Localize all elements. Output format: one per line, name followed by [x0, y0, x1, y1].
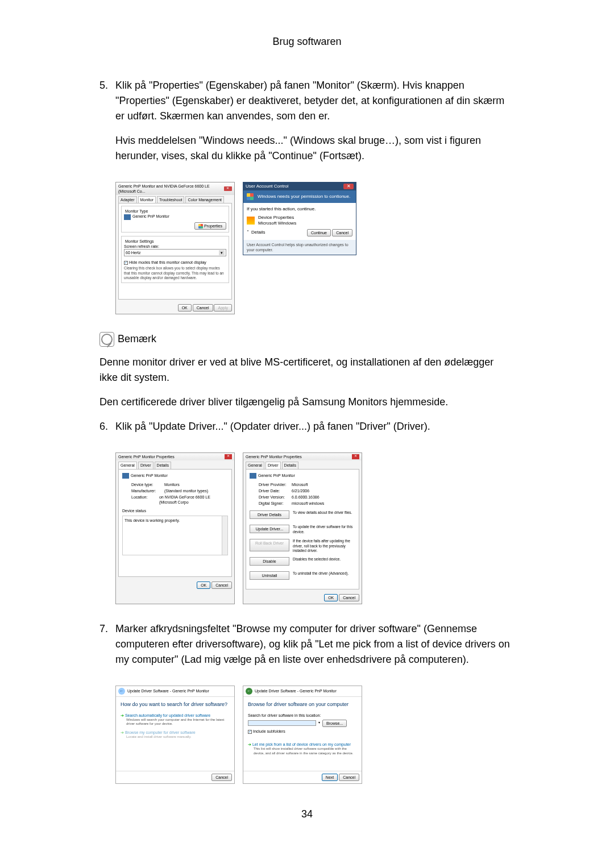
- next-button[interactable]: Next: [322, 774, 338, 781]
- search-location-label: Search for driver software in this locat…: [248, 713, 357, 718]
- hide-modes-checkbox[interactable]: ✓: [124, 261, 128, 265]
- wizard-heading: How do you want to search for driver sof…: [121, 701, 230, 708]
- step-5-figures: Generic PnP Monitor and NVIDIA GeForce 6…: [99, 182, 515, 314]
- dialog-title: Generic PnP Monitor Properties: [118, 454, 175, 459]
- note-p2: Den certificerede driver bliver tilgænge…: [99, 394, 515, 410]
- uac-titlebar: User Account Control ✕: [243, 182, 356, 190]
- disable-button[interactable]: Disable: [250, 557, 289, 566]
- hide-modes-label: Hide modes that this monitor cannot disp…: [129, 260, 206, 264]
- uac-dialog: User Account Control ✕ Windows needs you…: [243, 182, 356, 255]
- update-driver-wizard-search: ← Update Driver Software - Generic PnP M…: [115, 686, 235, 784]
- chevron-down-icon: ▾: [219, 250, 225, 255]
- driver-details-button[interactable]: Driver Details: [250, 510, 289, 519]
- option-let-me-pick[interactable]: Let me pick from a list of device driver…: [248, 742, 357, 756]
- shield-icon: [198, 224, 203, 229]
- scrollbar[interactable]: [222, 516, 227, 555]
- note-label: Bemærk: [118, 331, 156, 347]
- ok-button[interactable]: OK: [197, 582, 210, 589]
- tab-driver[interactable]: Driver: [138, 462, 154, 468]
- refresh-rate-label: Screen refresh rate:: [124, 244, 226, 249]
- cancel-button[interactable]: Cancel: [193, 304, 213, 312]
- hide-modes-desc: Clearing this check box allows you to se…: [124, 266, 226, 280]
- dialog-titlebar: Generic PnP Monitor and NVIDIA GeForce 6…: [116, 182, 234, 195]
- shield-icon: [247, 193, 254, 200]
- wizard-breadcrumb: Update Driver Software - Generic PnP Mon…: [255, 688, 337, 693]
- tab-strip: General Driver Details: [243, 460, 362, 468]
- tab-driver[interactable]: Driver: [265, 462, 281, 468]
- details-label[interactable]: Details: [251, 230, 265, 235]
- back-icon[interactable]: ←: [118, 688, 125, 695]
- device-name: Generic PnP Monitor: [258, 474, 295, 477]
- device-status-label: Device status: [122, 508, 228, 513]
- step-6: 6. Klik på "Update Driver..." (Opdater d…: [99, 419, 515, 443]
- step-5: 5. Klik på "Properties" (Egenskaber) på …: [99, 78, 515, 173]
- close-icon[interactable]: ✕: [343, 184, 354, 189]
- tab-general[interactable]: General: [118, 462, 137, 468]
- step-7-figures: ← Update Driver Software - Generic PnP M…: [99, 686, 515, 784]
- uac-title: User Account Control: [246, 184, 289, 189]
- step-number: 7.: [99, 621, 115, 676]
- tab-monitor[interactable]: Monitor: [138, 196, 156, 203]
- device-status-box: This device is working properly.: [122, 516, 228, 555]
- device-properties-icon: [247, 217, 255, 225]
- device-props-general-dialog: Generic PnP Monitor Properties ✕ General…: [115, 452, 235, 604]
- refresh-rate-dropdown[interactable]: 60 Hertz ▾: [124, 249, 226, 256]
- properties-button[interactable]: Properties: [194, 222, 226, 230]
- device-name: Generic PnP Monitor: [131, 474, 168, 477]
- device-props-driver-dialog: Generic PnP Monitor Properties ✕ General…: [243, 452, 362, 604]
- note-p1: Denne monitor driver er ved at blive MS-…: [99, 355, 515, 385]
- note-icon: [99, 332, 114, 347]
- update-driver-button[interactable]: Update Driver...: [250, 525, 289, 533]
- monitor-settings-label: Monitor Settings: [124, 239, 155, 244]
- step-number: 6.: [99, 419, 115, 443]
- uninstall-button[interactable]: Uninstall: [250, 571, 289, 580]
- tab-adapter[interactable]: Adapter: [118, 196, 137, 203]
- close-icon[interactable]: ✕: [225, 454, 232, 459]
- option-browse-computer[interactable]: Browse my computer for driver software L…: [121, 730, 230, 740]
- tab-troubleshoot[interactable]: Troubleshoot: [157, 196, 185, 203]
- option-search-auto[interactable]: Search automatically for updated driver …: [121, 713, 230, 727]
- dialog-title: Generic PnP Monitor Properties: [246, 454, 302, 459]
- monitor-name: Generic PnP Monitor: [132, 214, 169, 218]
- update-driver-wizard-browse: ← Update Driver Software - Generic PnP M…: [243, 686, 362, 784]
- step-6-text: Klik på "Update Driver..." (Opdater driv…: [115, 419, 515, 434]
- close-icon[interactable]: ✕: [224, 186, 232, 191]
- note-heading-row: Bemærk: [99, 331, 515, 347]
- uac-banner: Windows needs your permission to contion…: [243, 190, 356, 203]
- monitor-icon: [250, 473, 256, 479]
- details-expand-icon[interactable]: ˅: [247, 230, 249, 235]
- cancel-button[interactable]: Cancel: [332, 229, 352, 236]
- location-input[interactable]: [248, 720, 316, 726]
- uac-device-properties: Device Properties: [258, 215, 296, 221]
- step-5-text-2: Hvis meddelelsen "Windows needs..." (Win…: [115, 133, 515, 164]
- step-7: 7. Marker afkrydsningsfeltet "Browse my …: [99, 621, 515, 676]
- step-7-text: Marker afkrydsningsfeltet "Browse my com…: [115, 621, 515, 667]
- wizard-breadcrumb: Update Driver Software - Generic PnP Mon…: [127, 688, 209, 693]
- close-icon[interactable]: ✕: [352, 454, 359, 459]
- ok-button[interactable]: OK: [178, 304, 192, 312]
- ok-button[interactable]: OK: [324, 594, 338, 601]
- cancel-button[interactable]: Cancel: [211, 582, 232, 589]
- back-icon[interactable]: ←: [246, 688, 252, 695]
- wizard-breadcrumb-row: ← Update Driver Software - Generic PnP M…: [116, 686, 234, 697]
- include-subfolders-checkbox[interactable]: ✓: [248, 730, 252, 734]
- browse-button[interactable]: Browse...: [322, 720, 347, 727]
- step-5-text-1: Klik på "Properties" (Egenskaber) på fan…: [115, 78, 515, 124]
- tab-strip: Adapter Monitor Troubleshoot Color Manag…: [116, 195, 234, 203]
- tab-details[interactable]: Details: [282, 462, 298, 468]
- uac-footer: User Account Control helps stop unauthor…: [243, 240, 356, 255]
- page-number: 34: [99, 807, 515, 822]
- tab-details[interactable]: Details: [155, 462, 171, 468]
- step-6-figures: Generic PnP Monitor Properties ✕ General…: [99, 452, 515, 604]
- continue-button[interactable]: Continue: [307, 229, 331, 236]
- apply-button[interactable]: Apply: [214, 304, 232, 312]
- rollback-driver-button[interactable]: Roll Back Driver: [250, 539, 289, 551]
- cancel-button[interactable]: Cancel: [339, 774, 359, 781]
- step-number: 5.: [99, 78, 115, 173]
- page-header: Brug softwaren: [99, 34, 515, 49]
- tab-color-management[interactable]: Color Management: [185, 196, 224, 203]
- cancel-button[interactable]: Cancel: [339, 594, 359, 601]
- cancel-button[interactable]: Cancel: [211, 774, 232, 781]
- tab-general[interactable]: General: [246, 462, 264, 468]
- monitor-icon: [122, 473, 129, 479]
